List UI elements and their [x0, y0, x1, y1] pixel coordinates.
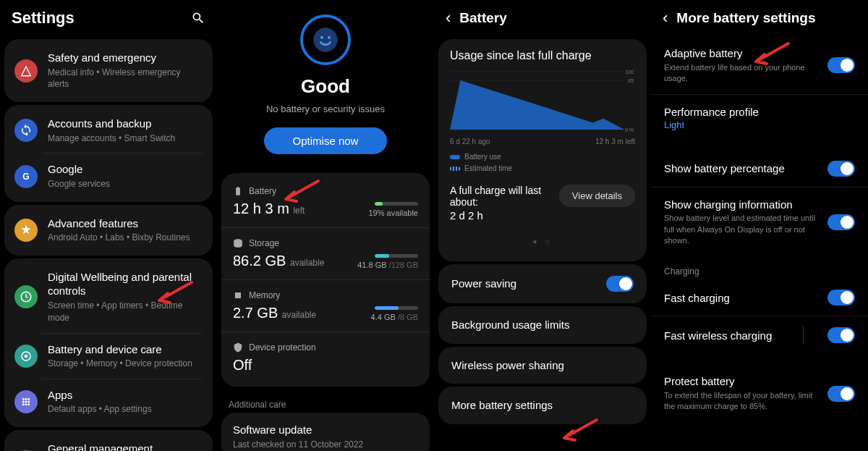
svg-point-11	[25, 403, 27, 405]
svg-text:85: 85	[628, 78, 634, 83]
usage-card: Usage since last full charge 100 85 0 % …	[438, 39, 647, 261]
battery-icon	[233, 186, 243, 196]
show-charging-row[interactable]: Show charging informationShow battery le…	[651, 187, 868, 257]
svg-text:0 %: 0 %	[625, 127, 634, 132]
software-update-item[interactable]: Software update Last checked on 11 Octob…	[221, 413, 430, 451]
back-icon[interactable]: ‹	[446, 9, 451, 28]
battery-item-power-saving[interactable]: Power saving	[438, 264, 647, 303]
svg-point-3	[25, 354, 28, 358]
sync-icon	[14, 119, 38, 142]
battery-item-wireless-power-sharing[interactable]: Wireless power sharing	[438, 347, 647, 384]
fast-wireless-row[interactable]: Fast wireless charging	[651, 316, 868, 354]
device-care-panel: Good No battery or security issues Optim…	[217, 0, 434, 451]
fast-charging-toggle[interactable]	[827, 290, 855, 305]
google-icon: G	[14, 165, 38, 188]
settings-item-general-management[interactable]: General managementLanguage and keyboard …	[4, 433, 213, 451]
additional-care-header: Additional care	[217, 389, 434, 410]
device-care-summary: Good No battery or security issues Optim…	[217, 0, 434, 161]
fast-wireless-toggle[interactable]	[827, 327, 855, 343]
adaptive-battery-row[interactable]: Adaptive batteryExtend battery life base…	[651, 36, 868, 95]
status-text: Good	[231, 75, 420, 98]
settings-item-accounts-and-backup[interactable]: Accounts and backupManage accounts • Sma…	[4, 108, 213, 153]
settings-item-safety-and-emergency[interactable]: Safety and emergencyMedical info • Wirel…	[4, 42, 213, 99]
svg-point-4	[22, 398, 25, 400]
storage-icon	[233, 238, 243, 248]
chart-legend: Battery use Estimated time	[450, 151, 635, 174]
battery-header: ‹ Battery	[434, 0, 651, 36]
more-battery-panel: ‹ More battery settings Adaptive battery…	[651, 0, 868, 451]
svg-text:100: 100	[626, 69, 634, 75]
battery-panel: ‹ Battery Usage since last full charge 1…	[434, 0, 651, 451]
settings-header: Settings	[0, 0, 217, 36]
optimise-button[interactable]: Optimise now	[264, 127, 388, 154]
charging-header: Charging	[651, 256, 868, 279]
page-title: More battery settings	[676, 10, 856, 26]
apps-icon	[14, 390, 38, 413]
battery-item-more-battery-settings[interactable]: More battery settings	[438, 387, 647, 424]
page-title: Settings	[12, 9, 182, 28]
performance-profile-row[interactable]: Performance profileLight	[651, 95, 868, 140]
charge-estimate: View details A full charge will last abo…	[438, 174, 647, 232]
alert-icon	[14, 59, 38, 83]
search-icon[interactable]	[191, 11, 205, 25]
more-battery-header: ‹ More battery settings	[651, 0, 868, 36]
shield-icon	[233, 342, 243, 353]
storage-stat[interactable]: Storage 86.2 GB available 41.8 GB /128 G…	[221, 228, 430, 280]
svg-point-12	[27, 403, 30, 405]
svg-point-19	[328, 36, 331, 39]
status-subtext: No battery or security issues	[231, 104, 420, 114]
wellbeing-icon	[14, 285, 38, 308]
separator	[787, 326, 819, 344]
charging-info-toggle[interactable]	[827, 214, 855, 230]
power-saving-toggle[interactable]	[606, 276, 634, 292]
svg-rect-20	[235, 292, 241, 298]
battery-chart[interactable]: 100 85 0 % 6 d 22 h ago12 h 3 m left Bat…	[438, 68, 647, 174]
stats-card: Battery 12 h 3 m left 19% available Stor…	[221, 173, 430, 387]
view-details-button[interactable]: View details	[559, 185, 635, 207]
show-percentage-row[interactable]: Show battery percentage	[651, 151, 868, 187]
settings-item-battery-and-device-care[interactable]: Battery and device careStorage • Memory …	[4, 334, 213, 379]
back-icon[interactable]: ‹	[663, 9, 668, 28]
svg-point-7	[22, 401, 25, 403]
settings-item-digital-wellbeing-and-parental-controls[interactable]: Digital Wellbeing and parental controlsS…	[4, 261, 213, 333]
battery-stat[interactable]: Battery 12 h 3 m left 19% available	[221, 176, 430, 228]
protect-battery-row[interactable]: Protect batteryTo extend the lifespan of…	[651, 364, 868, 422]
svg-text:G: G	[22, 171, 29, 181]
protect-toggle[interactable]	[827, 386, 855, 402]
settings-item-advanced-features[interactable]: Advanced featuresAndroid Auto • Labs • B…	[4, 208, 213, 253]
page-title: Battery	[459, 10, 639, 26]
page-dots[interactable]: ● ○	[438, 232, 647, 251]
adaptive-toggle[interactable]	[827, 57, 855, 73]
protection-stat[interactable]: Device protection Off	[221, 332, 430, 384]
battery-item-background-usage-limits[interactable]: Background usage limits	[438, 306, 647, 344]
star-icon	[14, 219, 38, 242]
svg-point-5	[25, 398, 27, 400]
svg-point-9	[27, 401, 30, 403]
care-icon	[14, 345, 38, 368]
svg-point-18	[320, 36, 323, 39]
settings-item-apps[interactable]: AppsDefault apps • App settings	[4, 379, 213, 424]
settings-panel: Settings Safety and emergencyMedical inf…	[0, 0, 217, 451]
status-face-icon	[300, 14, 351, 65]
svg-point-8	[25, 401, 27, 403]
svg-point-17	[313, 28, 337, 51]
settings-item-google[interactable]: GGoogleGoogle services	[4, 153, 213, 198]
memory-stat[interactable]: Memory 2.7 GB available 4.4 GB /8 GB	[221, 280, 430, 332]
svg-point-10	[22, 403, 25, 405]
memory-icon	[233, 290, 243, 300]
usage-title: Usage since last full charge	[438, 49, 647, 62]
fast-charging-row[interactable]: Fast charging	[651, 279, 868, 316]
svg-point-6	[27, 398, 30, 400]
percentage-toggle[interactable]	[827, 161, 855, 177]
